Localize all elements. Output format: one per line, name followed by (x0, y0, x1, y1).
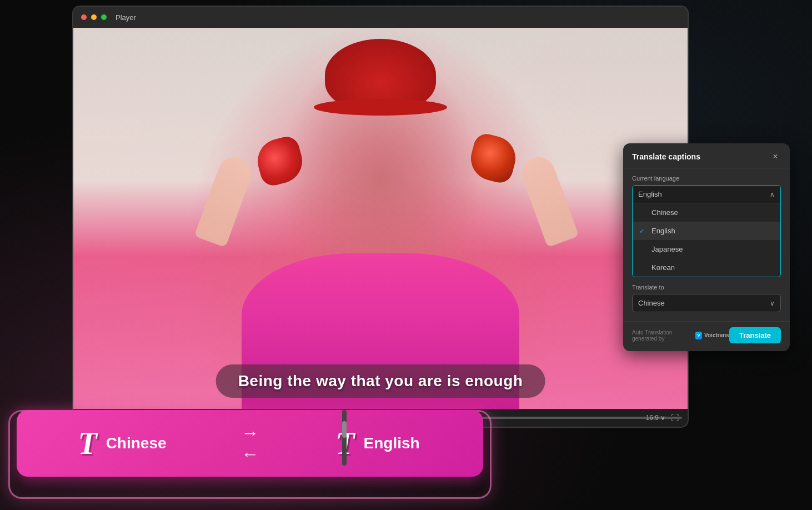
dropdown-selected-text: English (638, 190, 662, 198)
arrows-section: → ← (228, 424, 272, 463)
voictrans-icon: V (695, 332, 702, 339)
titlebar: Player (73, 7, 688, 28)
language-korean: Korean (651, 263, 675, 272)
translate-to-value: Chinese (638, 299, 665, 307)
translate-dialog: Translate captions × Current language En… (623, 143, 790, 351)
close-dot[interactable] (81, 14, 87, 20)
translate-to-section: Translate to Chinese ∨ (632, 284, 781, 312)
dialog-body: Current language English ∧ Chinese ✓ Eng… (623, 168, 790, 319)
language-chinese: Chinese (651, 208, 678, 217)
translation-bar: T Chinese → ← T English (17, 410, 483, 477)
translate-to-dropdown[interactable]: Chinese ∨ (632, 294, 781, 312)
target-section: T English (272, 426, 483, 461)
caption-text: Being the way that you are is enough (238, 372, 523, 389)
attribution: Auto Translation generated by V Voictran… (632, 329, 729, 342)
arrow-right-icon: → (241, 424, 259, 442)
language-option-chinese[interactable]: Chinese (633, 203, 780, 222)
translate-to-label: Translate to (632, 284, 781, 291)
dialog-footer: Auto Translation generated by V Voictran… (623, 321, 790, 351)
dropdown-arrow-icon: ∧ (770, 191, 775, 198)
source-section: T Chinese (17, 426, 228, 461)
attribution-prefix: Auto Translation generated by (632, 329, 693, 342)
monitor-frame: Player Being the way that you are is eno… (72, 6, 689, 428)
video-area: Being the way that you are is enough (73, 28, 688, 409)
aspect-arrow-icon: ∨ (660, 414, 665, 422)
scroll-indicator[interactable] (342, 410, 347, 466)
language-japanese: Japanese (651, 245, 683, 253)
aspect-ratio-value: 16:9 (646, 414, 659, 422)
scroll-thumb[interactable] (342, 421, 347, 438)
minimize-dot[interactable] (91, 14, 97, 20)
translate-button[interactable]: Translate (729, 327, 781, 343)
current-language-dropdown[interactable]: English ∧ Chinese ✓ English Japanese (632, 185, 781, 277)
language-option-korean[interactable]: Korean (633, 258, 780, 277)
video-controls-right: 16:9 ∨ ⛶ (646, 413, 679, 422)
dropdown-list: Chinese ✓ English Japanese Korean (633, 203, 780, 277)
maximize-dot[interactable] (101, 14, 107, 20)
language-english: English (651, 227, 675, 235)
dropdown-selected-item[interactable]: English ∧ (633, 186, 780, 203)
fullscreen-icon[interactable]: ⛶ (671, 413, 679, 422)
source-t-icon: T (78, 426, 97, 461)
dialog-title: Translate captions (632, 152, 700, 161)
language-option-japanese[interactable]: Japanese (633, 240, 780, 258)
hat-decoration (325, 39, 436, 111)
translate-to-arrow-icon: ∨ (770, 299, 775, 307)
language-option-english[interactable]: ✓ English (633, 222, 780, 240)
source-language: Chinese (106, 434, 167, 452)
close-button[interactable]: × (770, 151, 781, 162)
checkmark-english: ✓ (639, 227, 647, 235)
current-language-label: Current language (632, 175, 781, 182)
dialog-header: Translate captions × (623, 143, 790, 168)
aspect-ratio-label[interactable]: 16:9 ∨ (646, 414, 665, 422)
caption-overlay: Being the way that you are is enough (216, 364, 545, 398)
target-language: English (364, 434, 420, 452)
arrow-left-icon: ← (241, 445, 259, 463)
voictrans-logo: Voictrans (704, 332, 729, 338)
monitor-title: Player (116, 13, 136, 22)
